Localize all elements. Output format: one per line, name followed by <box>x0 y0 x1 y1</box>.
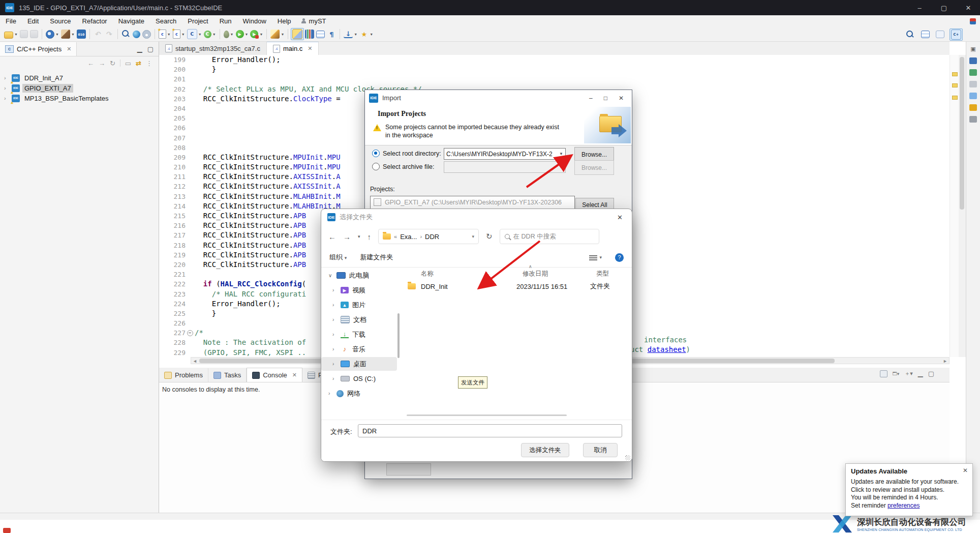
chevron-right-icon[interactable]: › <box>4 95 9 101</box>
menu-help[interactable]: Help <box>272 17 297 25</box>
import-dialog-titlebar[interactable]: IDE Import – □ ✕ <box>365 90 632 106</box>
fast-view-icon[interactable] <box>969 104 977 111</box>
breadcrumb-item[interactable]: Exa... <box>400 233 417 241</box>
chevron-down-icon[interactable]: ▼ <box>212 33 216 36</box>
chevron-right-icon[interactable]: › <box>332 361 337 367</box>
tab-cpp-projects[interactable]: C C/C++ Projects ✕ <box>0 42 77 56</box>
menu-run[interactable]: Run <box>214 17 237 25</box>
file-row-DDR_Init[interactable]: DDR_Init2023/11/15 16:51文件夹 <box>407 280 632 293</box>
cancel-button[interactable]: 取消 <box>583 443 618 457</box>
menu-navigate[interactable]: Navigate <box>113 17 150 25</box>
editor-grid-button[interactable] <box>920 30 931 39</box>
menu-project[interactable]: Project <box>182 17 213 25</box>
bottom-tab-tasks[interactable]: Tasks <box>208 368 247 382</box>
resize-grip[interactable] <box>625 455 630 460</box>
menu-extra-icon[interactable] <box>970 18 976 24</box>
chevron-down-icon[interactable]: ▼ <box>167 33 171 36</box>
editor-vertical-scrollbar[interactable] <box>959 55 966 357</box>
undo-button[interactable] <box>93 29 104 39</box>
menu-edit[interactable]: Edit <box>22 17 44 25</box>
binary-view-button[interactable] <box>76 29 87 39</box>
mark-occurrences-button[interactable] <box>291 28 304 40</box>
minimize-view-icon[interactable]: ▁ <box>137 45 142 53</box>
restore-view-icon[interactable]: ▣ <box>970 46 975 52</box>
menu-refactor[interactable]: Refactor <box>77 17 113 25</box>
fast-view-icon[interactable] <box>969 57 977 64</box>
show-whitespace-button[interactable] <box>326 29 337 39</box>
chevron-right-icon[interactable]: › <box>4 85 9 91</box>
sidebar-item-ddr_init_a7[interactable]: ›IDEDDR_Init_A7 <box>0 73 159 83</box>
dialog-maximize-icon[interactable]: □ <box>604 95 607 102</box>
chevron-down-icon[interactable]: ▼ <box>71 33 75 36</box>
menu-search[interactable]: Search <box>150 17 182 25</box>
sidebar-item-gpio_exti_a7[interactable]: ›IDEGPIO_EXTI_A7 <box>0 83 159 93</box>
redo-button[interactable] <box>104 29 115 39</box>
tree-item-music[interactable]: ›♪音乐 <box>321 342 397 356</box>
chevron-down-icon[interactable]: ▼ <box>259 33 263 36</box>
chevron-right-icon[interactable]: › <box>332 317 337 322</box>
search-input[interactable]: 在 DDR 中搜索 <box>500 229 599 244</box>
new-folder-button[interactable]: 新建文件夹 <box>360 253 393 262</box>
sidebar-item-mp13_bsp_basictemplates[interactable]: ›IDEMP13_BSP_BasicTemplates <box>0 93 159 103</box>
maximize-view-icon[interactable]: ▢ <box>147 45 154 53</box>
chevron-right-icon[interactable]: › <box>328 391 333 396</box>
breadcrumb-current[interactable]: DDR <box>425 233 439 241</box>
chevron-down-icon[interactable]: ▼ <box>245 33 249 36</box>
preferences-link[interactable]: preferences <box>887 502 920 509</box>
display-selected-console-icon[interactable]: 🗔▾ <box>893 371 900 376</box>
run-button[interactable]: ▼ <box>235 29 250 39</box>
chevron-down-icon[interactable]: ▼ <box>198 33 202 36</box>
bookmark-button[interactable]: ▼ <box>358 29 374 39</box>
tree-item-network[interactable]: ›网络 <box>321 387 397 400</box>
tree-scrollbar[interactable] <box>397 313 400 358</box>
collapse-all-icon[interactable]: ▭ <box>125 60 131 67</box>
dialog-minimize-icon[interactable]: – <box>589 95 593 102</box>
chevron-down-icon[interactable]: ∨ <box>328 273 333 278</box>
tree-item-drive[interactable]: ›OS (C:) <box>321 372 397 386</box>
save-all-button[interactable] <box>29 29 39 39</box>
build-config-button[interactable]: ▼ <box>45 29 60 39</box>
generate-code-button[interactable]: ▼ <box>203 30 217 39</box>
annotations-button[interactable] <box>304 29 315 39</box>
open-element-button[interactable]: ▼ <box>269 29 285 39</box>
external-tools-button[interactable] <box>132 30 141 39</box>
search-button[interactable] <box>120 29 132 39</box>
minimize-button[interactable]: – <box>908 0 931 15</box>
new-cpp-file-button[interactable]: ▼ <box>172 29 186 39</box>
close-icon[interactable]: ✕ <box>67 46 71 52</box>
chevron-right-icon[interactable]: › <box>4 75 9 81</box>
view-menu-icon[interactable]: ⋮ <box>146 60 152 67</box>
myst-account-button[interactable]: myST <box>301 17 326 25</box>
warning-marker[interactable] <box>952 72 958 76</box>
warning-marker[interactable] <box>952 96 958 100</box>
minimize-panel-icon[interactable]: ▁ <box>918 370 923 377</box>
import-download-button[interactable]: ▼ <box>343 29 358 39</box>
file-dialog-titlebar[interactable]: IDE 选择文件夹 ✕ <box>321 209 632 225</box>
column-type[interactable]: 类型 <box>596 270 609 278</box>
editor-tab-main.c[interactable]: .cmain.c✕ <box>267 42 319 55</box>
recent-locations-icon[interactable]: ▾ <box>358 234 360 239</box>
column-name[interactable]: 名称 <box>421 270 523 278</box>
project-list-item[interactable]: GPIO_EXTI_A7 (C:\Users\MYIR\Desktop\MYD-… <box>371 196 574 208</box>
chevron-down-icon[interactable]: ▼ <box>370 33 373 36</box>
maximize-button[interactable]: ▢ <box>932 0 956 15</box>
link-editor-icon[interactable]: ⇄ <box>136 60 141 67</box>
file-dialog-close-icon[interactable]: ✕ <box>617 214 626 221</box>
cpp-perspective-button[interactable] <box>950 28 963 41</box>
chevron-right-icon[interactable]: › <box>332 332 337 337</box>
popup-close-icon[interactable]: ✕ <box>963 467 968 474</box>
profiler-button[interactable] <box>141 29 152 39</box>
archive-file-radio[interactable] <box>372 163 380 170</box>
column-date[interactable]: 修改日期 <box>523 270 596 278</box>
build-button[interactable]: ▼ <box>60 29 76 39</box>
maximize-panel-icon[interactable]: ▢ <box>928 370 934 377</box>
chevron-down-icon[interactable]: ▼ <box>181 33 185 36</box>
tree-item-computer[interactable]: ∨此电脑 <box>321 269 397 282</box>
open-perspective-button[interactable] <box>935 30 945 39</box>
open-console-icon[interactable] <box>880 370 887 377</box>
warning-marker[interactable] <box>952 83 958 87</box>
chevron-down-icon[interactable]: ▾ <box>472 234 475 239</box>
tree-item-pictures[interactable]: ›▲图片 <box>321 298 397 312</box>
tree-item-desktop[interactable]: ›桌面 <box>321 357 397 371</box>
fold-collapse-icon[interactable] <box>187 330 193 336</box>
